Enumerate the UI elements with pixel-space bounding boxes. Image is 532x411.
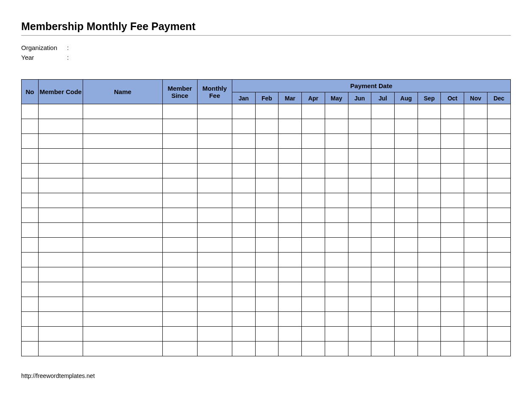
cell-month[interactable] [464, 178, 487, 193]
cell-month[interactable] [325, 282, 348, 297]
cell-month[interactable] [348, 134, 371, 149]
cell-month[interactable] [279, 267, 302, 282]
cell-month[interactable] [441, 104, 464, 119]
cell-code[interactable] [39, 267, 83, 282]
cell-name[interactable] [83, 178, 162, 193]
cell-month[interactable] [441, 312, 464, 327]
cell-name[interactable] [83, 223, 162, 238]
cell-month[interactable] [302, 223, 325, 238]
cell-month[interactable] [371, 223, 395, 238]
cell-since[interactable] [162, 164, 197, 178]
cell-month[interactable] [487, 193, 510, 208]
cell-month[interactable] [441, 327, 464, 342]
cell-month[interactable] [487, 312, 510, 327]
cell-code[interactable] [39, 238, 83, 253]
cell-month[interactable] [441, 134, 464, 149]
cell-code[interactable] [39, 297, 83, 312]
cell-month[interactable] [232, 223, 255, 238]
cell-fee[interactable] [197, 267, 232, 282]
cell-month[interactable] [487, 327, 510, 342]
cell-month[interactable] [371, 238, 395, 253]
cell-fee[interactable] [197, 282, 232, 297]
cell-month[interactable] [487, 238, 510, 253]
cell-month[interactable] [441, 178, 464, 193]
cell-month[interactable] [232, 282, 255, 297]
cell-since[interactable] [162, 178, 197, 193]
cell-month[interactable] [395, 238, 418, 253]
cell-month[interactable] [348, 312, 371, 327]
cell-month[interactable] [302, 312, 325, 327]
cell-month[interactable] [348, 193, 371, 208]
cell-month[interactable] [279, 327, 302, 342]
cell-month[interactable] [395, 119, 418, 134]
cell-no[interactable] [22, 178, 39, 193]
cell-month[interactable] [395, 193, 418, 208]
cell-month[interactable] [279, 193, 302, 208]
cell-month[interactable] [395, 282, 418, 297]
cell-month[interactable] [279, 104, 302, 119]
cell-since[interactable] [162, 119, 197, 134]
cell-month[interactable] [395, 327, 418, 342]
cell-month[interactable] [232, 267, 255, 282]
cell-name[interactable] [83, 119, 162, 134]
cell-fee[interactable] [197, 223, 232, 238]
cell-month[interactable] [255, 193, 279, 208]
cell-month[interactable] [255, 119, 279, 134]
cell-month[interactable] [255, 327, 279, 342]
cell-fee[interactable] [197, 119, 232, 134]
cell-month[interactable] [302, 193, 325, 208]
cell-month[interactable] [464, 164, 487, 178]
cell-fee[interactable] [197, 193, 232, 208]
cell-month[interactable] [441, 342, 464, 356]
cell-month[interactable] [418, 208, 441, 223]
cell-month[interactable] [325, 178, 348, 193]
cell-month[interactable] [302, 238, 325, 253]
cell-month[interactable] [348, 223, 371, 238]
cell-month[interactable] [348, 119, 371, 134]
cell-month[interactable] [464, 223, 487, 238]
cell-code[interactable] [39, 149, 83, 164]
cell-month[interactable] [325, 312, 348, 327]
cell-month[interactable] [464, 312, 487, 327]
cell-month[interactable] [279, 178, 302, 193]
cell-month[interactable] [395, 253, 418, 267]
cell-month[interactable] [487, 178, 510, 193]
cell-month[interactable] [395, 104, 418, 119]
cell-since[interactable] [162, 223, 197, 238]
cell-no[interactable] [22, 149, 39, 164]
cell-since[interactable] [162, 134, 197, 149]
cell-month[interactable] [325, 164, 348, 178]
cell-month[interactable] [348, 267, 371, 282]
cell-month[interactable] [279, 282, 302, 297]
cell-month[interactable] [418, 312, 441, 327]
cell-month[interactable] [395, 149, 418, 164]
cell-code[interactable] [39, 119, 83, 134]
cell-month[interactable] [325, 208, 348, 223]
cell-name[interactable] [83, 238, 162, 253]
cell-month[interactable] [348, 253, 371, 267]
cell-fee[interactable] [197, 164, 232, 178]
cell-since[interactable] [162, 193, 197, 208]
cell-month[interactable] [395, 297, 418, 312]
cell-month[interactable] [487, 297, 510, 312]
cell-month[interactable] [255, 164, 279, 178]
cell-no[interactable] [22, 208, 39, 223]
cell-month[interactable] [395, 267, 418, 282]
cell-month[interactable] [464, 193, 487, 208]
cell-fee[interactable] [197, 208, 232, 223]
cell-month[interactable] [348, 238, 371, 253]
cell-month[interactable] [302, 267, 325, 282]
cell-month[interactable] [487, 104, 510, 119]
cell-month[interactable] [371, 208, 395, 223]
cell-month[interactable] [371, 342, 395, 356]
cell-code[interactable] [39, 327, 83, 342]
cell-month[interactable] [302, 149, 325, 164]
cell-no[interactable] [22, 134, 39, 149]
cell-month[interactable] [279, 253, 302, 267]
cell-month[interactable] [487, 282, 510, 297]
cell-month[interactable] [418, 164, 441, 178]
cell-month[interactable] [325, 104, 348, 119]
cell-month[interactable] [441, 164, 464, 178]
cell-name[interactable] [83, 253, 162, 267]
cell-month[interactable] [371, 327, 395, 342]
